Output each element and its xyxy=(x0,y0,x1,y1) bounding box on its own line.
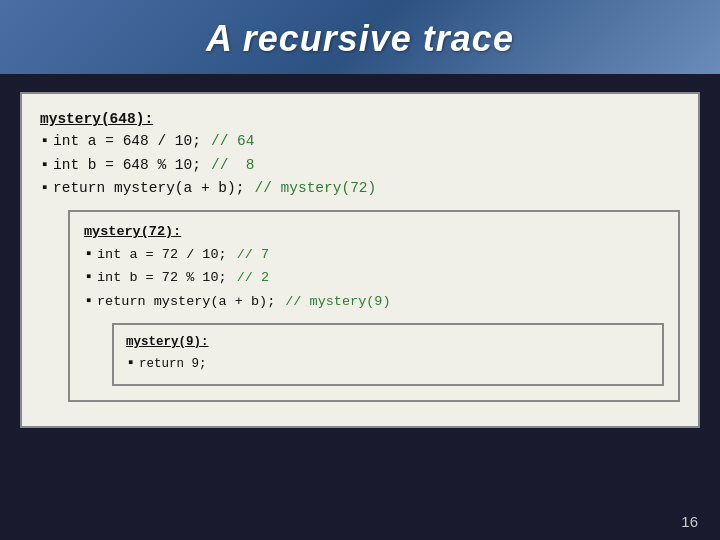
outer-line-1: ▪ int a = 648 / 10; // 64 xyxy=(40,130,680,153)
outer-line-2: ▪ int b = 648 % 10; // 8 xyxy=(40,154,680,177)
inner-line-3: ▪ return mystery(a + b); // mystery(9) xyxy=(84,290,664,313)
outer-line-3: ▪ return mystery(a + b); // mystery(72) xyxy=(40,177,680,200)
header: A recursive trace xyxy=(0,0,720,74)
slide-title: A recursive trace xyxy=(20,18,700,60)
outer-box: mystery(648): ▪ int a = 648 / 10; // 64 … xyxy=(20,92,700,428)
inner-line-1: ▪ int a = 72 / 10; // 7 xyxy=(84,243,664,266)
page-number: 16 xyxy=(681,513,698,530)
inner-line-2: ▪ int b = 72 % 10; // 2 xyxy=(84,266,664,289)
inner-inner-func-label: mystery(9): xyxy=(126,333,650,352)
inner-func-label: mystery(72): xyxy=(84,222,664,243)
outer-func-label: mystery(648): xyxy=(40,108,680,130)
main-content: mystery(648): ▪ int a = 648 / 10; // 64 … xyxy=(0,74,720,540)
inner-box: mystery(72): ▪ int a = 72 / 10; // 7 ▪ i… xyxy=(68,210,680,401)
inner-inner-box: mystery(9): ▪ return 9; xyxy=(112,323,664,386)
inner-inner-line-1: ▪ return 9; xyxy=(126,352,650,375)
